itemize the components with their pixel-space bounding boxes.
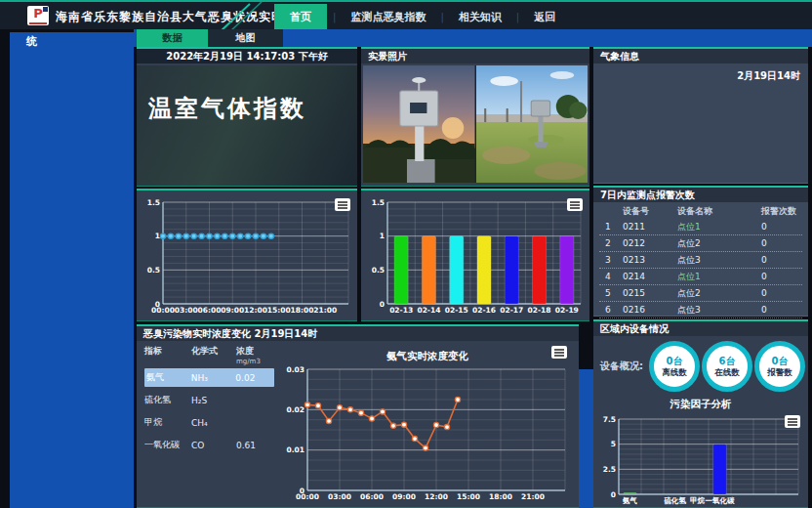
ammonia-chart-area: 00.010.020.0300:0003:0006:0009:0012:0015… xyxy=(278,342,577,507)
svg-text:0.02: 0.02 xyxy=(286,405,304,414)
panel-weather: 气象信息 2月19日14时 xyxy=(593,47,808,184)
svg-text:12:00: 12:00 xyxy=(244,306,267,315)
weather-time: 2月19日14时 xyxy=(737,69,800,83)
device-count-badge: 0台报警数 xyxy=(754,341,805,392)
ammonia-trend-chart: 00.010.020.0300:0003:0006:0009:0012:0015… xyxy=(278,342,577,508)
svg-text:0: 0 xyxy=(380,300,385,309)
panel-photos: 实景照片 xyxy=(361,47,589,187)
logo-icon: P xyxy=(27,6,49,25)
unit-label: mg/m3 xyxy=(236,358,278,365)
photo-strip xyxy=(363,65,588,183)
app-title-tail: 统 xyxy=(10,32,134,49)
pollutant-row[interactable]: 一氧化碳CO0.61 xyxy=(144,434,278,456)
greenhouse-trend-chart: 00.511.500:0003:0006:0009:0012:0015:0018… xyxy=(138,192,356,319)
svg-text:09:00: 09:00 xyxy=(221,306,244,315)
pollutants-table: 指标化学式浓度mg/m3氨气NH₃0.02硫化氢H₂S甲烷CH₄一氧化碳CO0.… xyxy=(137,342,278,456)
greenhouse-heading: 温室气体指数 xyxy=(148,93,306,124)
svg-text:03:00: 03:00 xyxy=(328,492,351,501)
background-blue-patch xyxy=(579,369,593,508)
tab-map[interactable]: 地图 xyxy=(208,29,283,47)
svg-text:06:00: 06:00 xyxy=(360,492,384,501)
svg-text:02-14: 02-14 xyxy=(417,306,440,315)
svg-text:1.5: 1.5 xyxy=(372,198,385,207)
dashboard-screen: P 海南省乐东黎族自治县大气恶臭状况实时发布系 首页|监测点恶臭指数|相关知识|… xyxy=(0,0,812,508)
table-row: 60216点位30 xyxy=(599,302,802,318)
device-overview-row: 设备概况: 0台离线数6台在线数0台报警数 xyxy=(595,341,806,392)
svg-text:15:00: 15:00 xyxy=(267,306,291,315)
alarms-table: 设备号设备名称报警次数10211点位1020212点位2030213点位3040… xyxy=(599,204,802,318)
svg-text:21:00: 21:00 xyxy=(313,306,337,315)
pollutants-table-area: 指标化学式浓度mg/m3氨气NH₃0.02硫化氢H₂S甲烷CH₄一氧化碳CO0.… xyxy=(137,342,278,507)
device-badges: 0台离线数6台在线数0台报警数 xyxy=(648,341,806,392)
table-row: 20212点位20 xyxy=(599,235,802,252)
pollution-factor-title: 污染因子分析 xyxy=(593,398,808,411)
table-row: 50215点位20 xyxy=(599,285,802,302)
nav-item-back[interactable]: 返回 xyxy=(519,10,570,24)
greenhouse-body: 温室气体指数 xyxy=(137,65,357,186)
ammonia-chart-title: 氨气实时浓度变化 xyxy=(278,350,577,363)
photos-panel-title: 实景照片 xyxy=(361,49,589,64)
top-navbar: P 海南省乐东黎族自治县大气恶臭状况实时发布系 首页|监测点恶臭指数|相关知识|… xyxy=(0,0,812,29)
panel-alarms: 7日内监测点报警次数 设备号设备名称报警次数10211点位1020212点位20… xyxy=(593,186,808,317)
svg-text:1: 1 xyxy=(380,232,385,240)
pollutant-row[interactable]: 甲烷CH₄ xyxy=(144,411,278,434)
svg-text:1.5: 1.5 xyxy=(147,198,160,207)
svg-text:0.5: 0.5 xyxy=(372,266,385,275)
svg-text:0: 0 xyxy=(611,490,616,499)
svg-text:7.5: 7.5 xyxy=(603,415,616,424)
table-row: 10211点位10 xyxy=(599,219,802,235)
logo-corner-mark xyxy=(43,7,48,12)
svg-text:5: 5 xyxy=(611,440,616,448)
svg-text:硫化氢: 硫化氢 xyxy=(664,496,686,505)
alarms-header-row: 设备号设备名称报警次数 xyxy=(599,204,802,219)
svg-text:02-17: 02-17 xyxy=(500,306,523,315)
svg-text:0.01: 0.01 xyxy=(286,445,304,454)
nav-item-home[interactable]: 首页 xyxy=(274,4,327,30)
panel-devices: 区域内设备情况 设备概况: 0台离线数6台在线数0台报警数 污染因子分析 02.… xyxy=(593,319,808,508)
alarms-panel-title: 7日内监测点报警次数 xyxy=(593,188,808,202)
svg-text:0.03: 0.03 xyxy=(286,365,304,374)
svg-text:1: 1 xyxy=(155,232,160,240)
panel-greenhouse: 2022年2月19日 14:17:03 下午好 温室气体指数 xyxy=(137,47,357,187)
left-sidebar: 统 xyxy=(10,32,134,508)
svg-text:00:00: 00:00 xyxy=(296,492,319,501)
svg-text:02-19: 02-19 xyxy=(555,306,579,315)
photo-field-station xyxy=(476,65,589,183)
table-row: 30213点位30 xyxy=(599,252,802,269)
pollutants-header-row: 指标化学式浓度 xyxy=(144,345,278,358)
logo-underline xyxy=(29,22,47,24)
svg-text:02-18: 02-18 xyxy=(528,306,551,315)
pollutant-row[interactable]: 氨气NH₃0.02 xyxy=(144,368,274,387)
svg-text:18:00: 18:00 xyxy=(489,492,512,501)
panel-daily-index: 00.511.502-1302-1402-1502-1602-1702-1802… xyxy=(361,189,589,321)
svg-text:02-16: 02-16 xyxy=(472,306,496,315)
svg-text:21:00: 21:00 xyxy=(521,492,545,501)
tab-strip: 数据地图 xyxy=(134,29,812,47)
svg-text:02-13: 02-13 xyxy=(389,306,413,315)
panel-greenhouse-trend: 00.511.500:0003:0006:0009:0012:0015:0018… xyxy=(137,189,357,321)
device-count-badge: 0台离线数 xyxy=(649,341,700,392)
photo-sunset-station xyxy=(363,65,475,183)
device-count-badge: 6台在线数 xyxy=(702,341,752,392)
svg-text:00:00: 00:00 xyxy=(151,306,175,315)
svg-text:2.5: 2.5 xyxy=(603,465,616,474)
svg-text:03:00: 03:00 xyxy=(175,306,198,315)
svg-text:氨气: 氨气 xyxy=(622,496,638,505)
pollutant-row[interactable]: 硫化氢H₂S xyxy=(144,389,278,411)
devices-panel-title: 区域内设备情况 xyxy=(593,321,808,336)
nav-item-knowledge[interactable]: 相关知识 xyxy=(444,10,516,24)
chart-menu-icon[interactable] xyxy=(551,346,567,359)
svg-text:一氧化碳: 一氧化碳 xyxy=(706,496,736,505)
svg-text:12:00: 12:00 xyxy=(425,492,448,501)
chart-menu-icon[interactable] xyxy=(335,198,350,211)
tab-data[interactable]: 数据 xyxy=(137,29,208,47)
chart-menu-icon[interactable] xyxy=(567,198,583,211)
svg-text:0.5: 0.5 xyxy=(147,266,160,275)
nav-item-odor-index[interactable]: 监测点恶臭指数 xyxy=(336,10,440,24)
table-row: 40214点位10 xyxy=(599,269,802,285)
datetime-text: 2022年2月19日 14:17:03 下午好 xyxy=(137,49,357,64)
svg-text:02-15: 02-15 xyxy=(445,306,468,315)
chart-menu-icon[interactable] xyxy=(785,415,800,428)
weather-panel-title: 气象信息 xyxy=(593,49,808,64)
svg-text:15:00: 15:00 xyxy=(457,492,480,501)
